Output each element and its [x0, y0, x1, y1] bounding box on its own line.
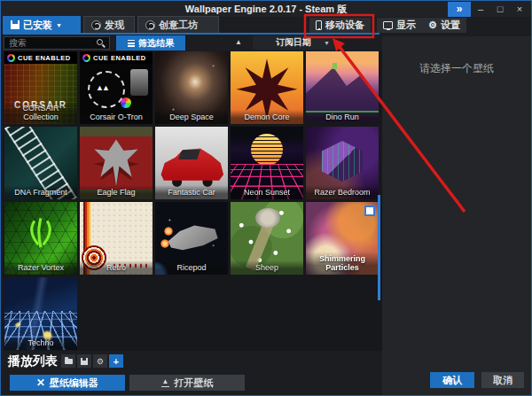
scrollbar-thumb[interactable] — [378, 195, 380, 300]
wallpaper-title: Razer Vortex — [4, 260, 77, 275]
chevron-down-icon: ▼ — [324, 40, 330, 46]
gear-icon: ⚙ — [428, 20, 437, 30]
title-bar: Wallpaper Engine 2.0.17 - Steam 版 » – □ … — [1, 1, 531, 17]
search-input[interactable] — [4, 36, 110, 50]
wallpaper-editor-label: 壁纸编辑器 — [50, 377, 98, 390]
filter-icon — [128, 40, 135, 47]
wallpaper-title: DNA Fragment — [4, 185, 77, 199]
icue-banner: CUE ENABLED — [4, 51, 77, 64]
wallpaper-editor-button[interactable]: ✕ 壁纸编辑器 — [10, 375, 125, 391]
wallpaper-tile-dino-run[interactable]: Dino Run — [306, 51, 379, 124]
select-wallpaper-hint: 请选择一个壁纸 — [382, 61, 531, 76]
wallpaper-title: Neon Sunset — [231, 185, 303, 199]
tab-installed-label: 已安装 — [23, 19, 52, 32]
wallpaper-tile-shimmering-particles[interactable]: Shimmering Particles — [306, 202, 379, 275]
wallpaper-tile-fantastic-car[interactable]: Fantastic Car — [155, 127, 228, 199]
playlist-title: 播放列表 — [8, 353, 58, 369]
wallpaper-tile-eagle-flag[interactable]: Eagle Flag — [80, 127, 153, 199]
workshop-icon — [145, 20, 155, 30]
tab-workshop[interactable]: 创意工坊 — [137, 16, 219, 33]
wallpaper-tile-retro[interactable]: Retro — [80, 202, 153, 275]
monitor-icon — [383, 21, 393, 29]
filter-results-button[interactable]: 筛选结果 — [116, 35, 185, 50]
wallpaper-title: CORSAIR Collection — [4, 101, 77, 124]
open-wallpaper-button[interactable]: ▲ 打开壁纸 — [129, 375, 245, 391]
rock-shape — [255, 208, 280, 228]
wallpaper-tile-razer-bedroom[interactable]: Razer Bedroom — [306, 127, 379, 199]
discover-icon — [91, 20, 101, 30]
expand-button[interactable]: » — [448, 2, 471, 17]
playlist-actions: ⚙ + — [61, 354, 123, 368]
display-button[interactable]: 显示 — [377, 18, 422, 33]
tab-discover-label: 发现 — [105, 19, 124, 32]
phone-icon — [316, 20, 322, 30]
sort-dropdown[interactable]: 订阅日期 ▼ — [253, 35, 334, 50]
icue-banner-label: CUE ENABLED — [93, 54, 146, 62]
add-playlist-button[interactable]: + — [109, 354, 123, 368]
tab-installed[interactable]: 已安装 ▼ — [3, 16, 81, 33]
folder-icon — [65, 359, 73, 364]
settings-button[interactable]: ⚙ 设置 — [422, 18, 466, 33]
icue-banner: CUE ENABLED — [80, 51, 153, 64]
wallpaper-tile-corsair-o-tron[interactable]: CUE ENABLED Corsair O-Tron — [80, 51, 153, 124]
wallpaper-tile-corsair-collection[interactable]: CORSAIR CUE ENABLED CORSAIR Collection — [4, 51, 77, 124]
tab-bar: 已安装 ▼ 发现 创意工坊 移动设备 显示 ⚙ 设置 — [3, 16, 531, 33]
sort-dropdown-value: 订阅日期 — [276, 36, 311, 49]
icue-ring-icon — [7, 54, 15, 62]
wallpaper-tile-sheep[interactable]: Sheep — [231, 202, 303, 275]
minimize-button[interactable]: – — [471, 2, 490, 17]
open-wallpaper-label: 打开壁纸 — [174, 377, 213, 390]
tab-underline — [3, 33, 379, 35]
thruster-flame — [160, 239, 169, 248]
wallpaper-tile-deep-space[interactable]: Deep Space — [155, 51, 228, 124]
wallpaper-tile-dna-fragment[interactable]: DNA Fragment — [4, 127, 77, 199]
save-icon — [81, 358, 88, 365]
mobile-devices-button[interactable]: 移动设备 — [309, 18, 371, 33]
wallpaper-tile-razer-vortex[interactable]: Razer Vortex — [4, 202, 77, 275]
wallpaper-title: Demon Core — [231, 110, 303, 124]
close-button[interactable]: × — [510, 2, 529, 17]
wallpaper-grid: CORSAIR CUE ENABLED CORSAIR Collection C… — [4, 51, 379, 350]
confirm-row: 确认 取消 — [430, 372, 524, 388]
playlist-settings-button[interactable]: ⚙ — [93, 354, 107, 368]
crossed-tools-icon: ✕ — [36, 378, 45, 387]
plus-icon: + — [113, 356, 119, 367]
thruster-flame — [164, 227, 173, 236]
settings-label: 设置 — [441, 19, 460, 32]
wallpaper-title: Retro — [80, 260, 153, 275]
sort-direction-button[interactable]: ▲ — [231, 38, 246, 49]
cancel-button[interactable]: 取消 — [481, 372, 524, 388]
wallpaper-tile-techno[interactable]: Techno — [4, 277, 77, 350]
gears-icon: ⚙ — [97, 357, 104, 366]
spaceship-shape — [162, 209, 221, 268]
open-playlist-button[interactable] — [61, 354, 75, 368]
wallpaper-title: Sheep — [231, 260, 303, 275]
wallpaper-title: Shimmering Particles — [306, 252, 379, 275]
icue-ring-icon — [82, 54, 90, 62]
search-icon — [97, 39, 103, 45]
wallpaper-tile-demon-core[interactable]: Demon Core — [231, 51, 303, 124]
wallpaper-tile-neon-sunset[interactable]: Neon Sunset — [231, 127, 303, 199]
wallpaper-tile-ricepod[interactable]: Ricepod — [155, 202, 228, 275]
color-wheel — [121, 97, 131, 108]
save-playlist-button[interactable] — [77, 354, 91, 368]
wallpaper-title: Corsair O-Tron — [80, 110, 153, 124]
installed-disk-icon — [11, 20, 20, 29]
display-label: 显示 — [396, 19, 416, 32]
retro-sun-shape — [251, 134, 283, 166]
wallpaper-title: Ricepod — [155, 260, 228, 275]
wallpaper-title: Fantastic Car — [155, 185, 228, 199]
filter-results-label: 筛选结果 — [138, 37, 174, 50]
wallpaper-grid-area: CORSAIR CUE ENABLED CORSAIR Collection C… — [3, 51, 382, 351]
maximize-button[interactable]: □ — [490, 2, 510, 17]
upload-icon: ▲ — [161, 378, 170, 387]
isometric-room-shape — [322, 141, 363, 182]
wallpaper-title: Dino Run — [306, 110, 379, 124]
tile-checkbox[interactable] — [364, 206, 375, 216]
confirm-button[interactable]: 确认 — [430, 372, 474, 388]
razer-logo — [26, 214, 56, 250]
app-window: Wallpaper Engine 2.0.17 - Steam 版 » – □ … — [0, 0, 532, 396]
wallpaper-title: Razer Bedroom — [306, 185, 379, 199]
tab-discover[interactable]: 发现 — [83, 16, 135, 33]
icue-banner-label: CUE ENABLED — [18, 54, 71, 62]
